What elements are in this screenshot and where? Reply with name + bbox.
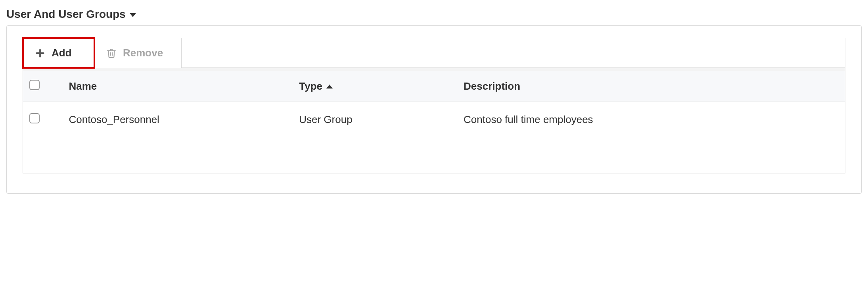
caret-down-icon (130, 13, 136, 17)
column-header-type[interactable]: Type (293, 71, 457, 102)
row-checkbox[interactable] (29, 113, 40, 123)
trash-icon (106, 48, 117, 58)
toolbar-spacer (182, 38, 845, 68)
table-header-row: Name Type Description (23, 71, 845, 102)
table-row[interactable]: Contoso_Personnel User Group Contoso ful… (23, 102, 845, 138)
row-select-cell (23, 102, 63, 138)
add-button[interactable]: Add (23, 38, 94, 68)
sort-ascending-icon (326, 85, 333, 89)
row-type-cell: User Group (293, 102, 457, 138)
column-header-description-label: Description (464, 80, 520, 92)
column-header-name[interactable]: Name (63, 71, 293, 102)
select-all-checkbox[interactable] (29, 80, 40, 90)
toolbar-divider (23, 68, 845, 71)
table-empty-space (23, 138, 845, 173)
section-header[interactable]: User And User Groups (6, 8, 862, 21)
plus-icon (35, 48, 45, 58)
column-header-description[interactable]: Description (457, 71, 845, 102)
toolbar: Add Remove (23, 38, 845, 68)
remove-button: Remove (94, 38, 182, 68)
user-groups-table: Name Type Description (23, 71, 845, 173)
panel: Add Remove (6, 25, 862, 194)
add-button-label: Add (52, 47, 72, 59)
column-header-select (23, 71, 63, 102)
column-header-name-label: Name (69, 80, 97, 92)
section-title: User And User Groups (6, 8, 126, 21)
row-description-cell: Contoso full time employees (457, 102, 845, 138)
row-name-cell: Contoso_Personnel (63, 102, 293, 138)
remove-button-label: Remove (123, 47, 163, 59)
column-header-type-label: Type (299, 80, 322, 92)
